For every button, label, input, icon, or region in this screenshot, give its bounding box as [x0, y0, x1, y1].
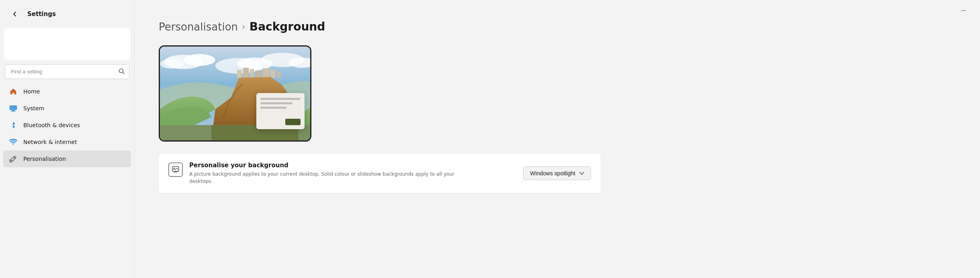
bg-card-icon [168, 162, 183, 177]
sidebar-item-bluetooth[interactable]: Bluetooth & devices [3, 117, 131, 134]
svg-rect-3 [10, 106, 17, 110]
svg-rect-20 [263, 68, 270, 78]
svg-point-11 [160, 59, 184, 69]
dialog-line-3 [260, 107, 286, 109]
svg-rect-17 [243, 68, 249, 78]
network-icon [9, 138, 18, 146]
sidebar-item-system-label: System [23, 105, 44, 112]
profile-area [4, 28, 130, 60]
svg-point-26 [174, 168, 175, 169]
bg-card-title: Personalise your background [189, 162, 471, 169]
svg-point-10 [184, 54, 215, 66]
sidebar-item-network-label: Network & internet [23, 139, 77, 145]
sidebar-header: Settings [0, 0, 134, 28]
personalisation-icon [9, 154, 18, 163]
chevron-down-icon [579, 171, 584, 176]
bluetooth-icon [9, 121, 18, 130]
bg-card: Personalise your background A picture ba… [159, 154, 601, 193]
sidebar-item-home-label: Home [23, 88, 40, 95]
sidebar: Settings Home [0, 0, 135, 278]
dropdown-selected-label: Windows spotlight [530, 170, 575, 177]
sidebar-item-personalisation-label: Personalisation [23, 156, 66, 162]
dialog-button [285, 119, 301, 125]
sidebar-title: Settings [27, 10, 56, 18]
breadcrumb-parent[interactable]: Personalisation [159, 21, 238, 33]
minimize-button[interactable]: — [954, 4, 973, 17]
nav-list: Home System Bluetooth & devices [0, 81, 134, 278]
main-content: — Personalisation › Background [135, 0, 980, 278]
system-icon [9, 104, 18, 113]
breadcrumb-current: Background [250, 20, 325, 33]
bg-card-left: Personalise your background A picture ba… [168, 162, 471, 185]
svg-rect-28 [175, 171, 176, 172]
sidebar-item-system[interactable]: System [3, 100, 131, 117]
breadcrumb-separator: › [242, 22, 246, 32]
svg-rect-5 [11, 111, 16, 112]
svg-rect-16 [237, 70, 242, 78]
bg-card-text: Personalise your background A picture ba… [189, 162, 471, 185]
bg-card-description: A picture background applies to your cur… [189, 170, 471, 185]
dialog-line-2 [260, 102, 293, 104]
svg-rect-21 [271, 70, 276, 78]
search-box [5, 64, 129, 79]
sidebar-item-home[interactable]: Home [3, 83, 131, 100]
bg-card-right: Windows spotlight [523, 166, 591, 180]
sidebar-item-network[interactable]: Network & internet [3, 134, 131, 150]
svg-rect-22 [277, 71, 281, 78]
preview-dialog [256, 93, 305, 129]
sidebar-item-bluetooth-label: Bluetooth & devices [23, 122, 80, 128]
background-type-dropdown[interactable]: Windows spotlight [523, 166, 591, 180]
sidebar-item-personalisation[interactable]: Personalisation [3, 150, 131, 167]
svg-rect-18 [250, 69, 254, 78]
home-icon [9, 87, 18, 96]
svg-rect-19 [256, 71, 261, 78]
search-input[interactable] [5, 64, 129, 79]
back-button[interactable] [8, 7, 22, 21]
dialog-line-1 [260, 98, 301, 100]
window-controls: — [954, 4, 973, 17]
breadcrumb: Personalisation › Background [159, 20, 956, 33]
desktop-preview [159, 45, 311, 142]
